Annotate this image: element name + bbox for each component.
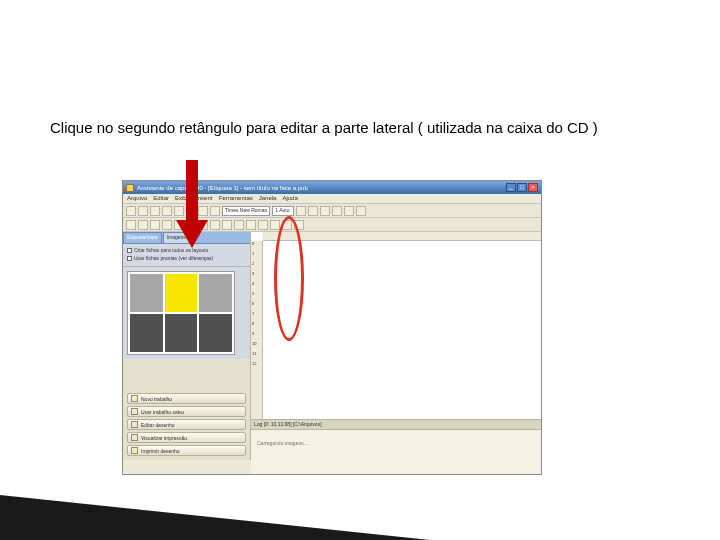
tab-label-cover[interactable]: Etiqueta/capa [123,232,162,243]
layout-rect-6[interactable] [199,314,232,352]
menu-item[interactable]: Janela [259,195,277,202]
toolbar-button[interactable] [320,206,330,216]
toolbar-button[interactable] [162,206,172,216]
task-preview[interactable]: Visualizar impressão [127,432,246,443]
print-icon [131,447,138,454]
log-header: Log [0: 10.11.08] [C:\Arquivos] [251,420,541,430]
toolbar-button[interactable] [126,220,136,230]
layout-rect-3[interactable] [199,274,232,312]
task-buttons: Novo trabalho Usar trabalho salvo Editar… [123,389,250,460]
layout-rect-1[interactable] [130,274,163,312]
vertical-ruler: 012 345 678 91011 12 [251,241,263,448]
toolbar-button[interactable] [210,206,220,216]
layout-rect-4[interactable] [130,314,163,352]
task-open[interactable]: Usar trabalho salvo [127,406,246,417]
option-label: Usar fichas prontas (ver diferenças) [134,255,213,261]
toolbar-button[interactable] [246,220,256,230]
minimize-button[interactable]: _ [506,183,516,192]
toolbar-button[interactable] [344,206,354,216]
task-label: Imprimir desenho [141,448,180,454]
slide-decoration-black [0,495,430,540]
toolbar-button[interactable] [258,220,268,230]
horizontal-ruler [263,232,541,241]
toolbar-button[interactable] [162,220,172,230]
document-page[interactable] [271,244,501,384]
toolbar-button[interactable] [138,206,148,216]
layout-rect-2-selected[interactable] [165,274,198,312]
menu-item[interactable]: Arquivo [127,195,147,202]
task-label: Novo trabalho [141,396,172,402]
toolbar-button[interactable] [332,206,342,216]
edit-icon [131,421,138,428]
toolbar-button[interactable] [234,220,244,230]
close-button[interactable]: × [528,183,538,192]
layout-thumbnails [123,267,250,359]
task-edit[interactable]: Editar desenho [127,419,246,430]
red-arrow-annotation [180,160,204,250]
checkbox-icon[interactable] [127,248,132,253]
layout-rect-5[interactable] [165,314,198,352]
task-label: Usar trabalho salvo [141,409,184,415]
red-ellipse-annotation [274,216,304,341]
font-select[interactable]: Times New Roman [222,206,270,216]
toolbar-button[interactable] [356,206,366,216]
menu-item[interactable]: Ajuda [282,195,297,202]
toolbar-button[interactable] [222,220,232,230]
checkbox-icon[interactable] [127,256,132,261]
folder-icon [131,408,138,415]
task-new[interactable]: Novo trabalho [127,393,246,404]
menu-item[interactable]: Editar [153,195,169,202]
preview-icon [131,434,138,441]
doc-icon [131,395,138,402]
maximize-button[interactable]: □ [517,183,527,192]
toolbar-button[interactable] [126,206,136,216]
size-select[interactable]: 1 Auto [272,206,294,216]
task-label: Visualizar impressão [141,435,187,441]
instruction-text: Clique no segundo retângulo para editar … [50,118,670,138]
menu-item[interactable]: Ferramentas [219,195,253,202]
toolbar-button[interactable] [150,220,160,230]
toolbar-button[interactable] [270,220,280,230]
task-label: Editar desenho [141,422,175,428]
toolbar-button[interactable] [210,220,220,230]
toolbar-button[interactable] [308,206,318,216]
toolbar-button[interactable] [296,206,306,216]
toolbar-button[interactable] [138,220,148,230]
task-print[interactable]: Imprimir desenho [127,445,246,456]
log-panel: Log [0: 10.11.08] [C:\Arquivos] Carregan… [251,419,541,474]
sidebar-panel: Etiqueta/capa Imagens Criar fichas para … [123,232,251,460]
app-icon [126,184,134,192]
toolbar-button[interactable] [150,206,160,216]
window-title: Assistente de capa 2000 - [Etiqueta 1] -… [137,185,308,191]
log-message: Carregando imagens... [251,430,541,456]
